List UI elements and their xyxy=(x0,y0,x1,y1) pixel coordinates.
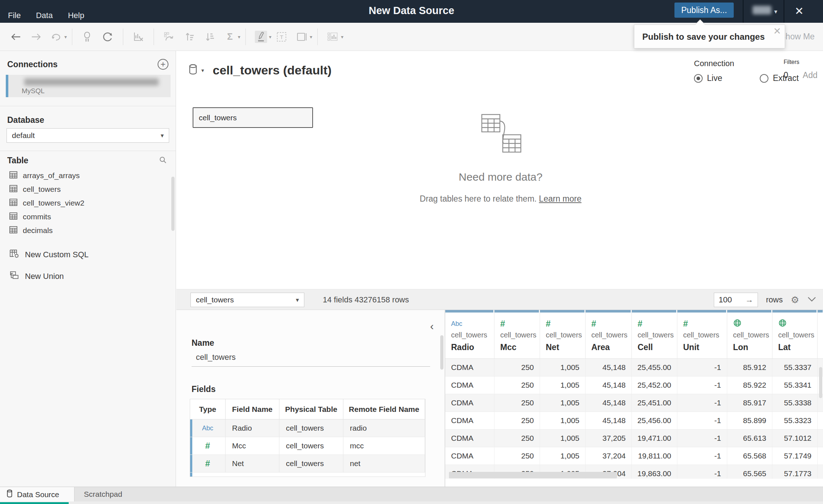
datasource-caret-icon[interactable]: ▾ xyxy=(201,67,204,74)
tab-data-source[interactable]: Data Source xyxy=(0,487,74,502)
grid-data-row[interactable]: CDMA2501,00545,14825,456.00-185.89955.33… xyxy=(445,412,823,430)
column-table-label: cell_towers xyxy=(500,331,540,339)
grid-cell: 250 xyxy=(494,430,540,447)
new-union-button[interactable]: New Union xyxy=(9,271,64,282)
column-table-label: cell_towers xyxy=(591,331,631,339)
fields-table-scrollbar[interactable] xyxy=(440,335,443,370)
connection-item[interactable]: MySQL xyxy=(6,75,171,97)
sidebar-scrollbar[interactable] xyxy=(171,177,175,231)
sort-descending-icon[interactable] xyxy=(203,31,216,43)
new-custom-sql-label: New Custom SQL xyxy=(25,250,89,259)
grid-data-row[interactable]: CDMA2501,00545,14825,451.00-185.91755.33… xyxy=(445,394,823,412)
sidebar-table-item[interactable]: cell_towers xyxy=(9,182,161,196)
grid-data-row[interactable]: CDMA2501,00545,14825,455.00-185.91255.33… xyxy=(445,359,823,376)
grid-data-row[interactable]: CDMA2501,00537,20419,811.00-165.56857.17… xyxy=(445,447,823,465)
table-grid-icon xyxy=(9,199,17,208)
grid-cell: 250 xyxy=(494,394,540,412)
replay-icon[interactable] xyxy=(50,31,63,43)
close-window-icon[interactable]: ✕ xyxy=(792,4,806,18)
replay-caret-icon[interactable]: ▾ xyxy=(64,34,67,40)
collapse-metadata-chevron-icon[interactable]: ‹ xyxy=(430,320,434,332)
grid-col-header-mcc[interactable]: #cell_towersMcc xyxy=(494,310,540,358)
sidebar-table-item[interactable]: cell_towers_view2 xyxy=(9,196,161,210)
learn-more-link[interactable]: Learn more xyxy=(539,194,582,203)
filters-add-button[interactable]: Add xyxy=(803,70,818,80)
grid-header-row: Abccell_towersRadio#cell_towersMcc#cell_… xyxy=(445,310,823,359)
grid-col-header-unit[interactable]: #cell_towersUnit xyxy=(677,310,727,358)
menu-data[interactable]: Data xyxy=(36,11,52,20)
fields-col-header: Type xyxy=(190,399,226,419)
add-connection-icon[interactable]: + xyxy=(158,59,168,70)
tooltip-close-icon[interactable]: ✕ xyxy=(773,26,781,37)
sidebar-table-item[interactable]: commits xyxy=(9,210,161,224)
publish-as-button[interactable]: Publish As... xyxy=(674,3,734,18)
show-chart-caret-icon[interactable]: ▾ xyxy=(341,34,343,40)
grid-cell: 57.1773 xyxy=(772,465,818,479)
grid-col-header-area[interactable]: #cell_towersArea xyxy=(586,310,632,358)
field-name-cell: Net xyxy=(226,455,279,472)
refresh-icon[interactable] xyxy=(102,31,114,43)
grid-cell: CDMA xyxy=(445,412,494,429)
live-radio[interactable] xyxy=(694,74,703,83)
extract-radio[interactable] xyxy=(760,74,768,83)
sort-ascending-icon[interactable] xyxy=(183,31,196,43)
cell-size-icon[interactable] xyxy=(296,31,308,43)
toolbar-divider xyxy=(72,29,72,45)
grid-cell: 250 xyxy=(494,376,540,394)
menu-help[interactable]: Help xyxy=(68,11,84,20)
grid-col-header-lon[interactable]: cell_towersLon xyxy=(727,310,772,358)
column-accent-strip xyxy=(445,310,494,313)
grid-cell: 1,005 xyxy=(540,359,586,376)
show-me-button[interactable]: Show Me xyxy=(780,32,815,42)
totals-sigma-icon[interactable]: Σ xyxy=(224,31,236,43)
column-accent-strip xyxy=(540,310,585,313)
grid-horizontal-scrollbar[interactable] xyxy=(449,472,617,478)
undo-icon[interactable] xyxy=(10,31,22,43)
grid-col-header-net[interactable]: #cell_towersNet xyxy=(540,310,586,358)
sidebar-table-item[interactable]: arrays_of_arrays xyxy=(9,169,161,182)
search-tables-icon[interactable] xyxy=(159,156,167,165)
grid-col-header-cell[interactable]: #cell_towersCell xyxy=(632,310,677,358)
text-label-icon[interactable]: T xyxy=(275,31,288,43)
database-select[interactable]: default ▾ xyxy=(7,128,169,143)
highlight-icon[interactable] xyxy=(255,31,267,43)
field-row[interactable] xyxy=(190,473,425,477)
collapse-preview-chevron-icon[interactable] xyxy=(807,296,816,303)
sidebar-table-item[interactable]: decimals xyxy=(9,224,161,237)
datasource-title[interactable]: cell_towers (default) xyxy=(213,63,332,77)
swap-rows-columns-icon[interactable] xyxy=(163,31,175,43)
grid-data-row[interactable]: CDMA2501,00545,14825,452.00-185.92255.33… xyxy=(445,376,823,394)
tab-scratchpad[interactable]: Scratchpad xyxy=(84,490,122,499)
datasource-db-icon[interactable] xyxy=(188,64,198,77)
grid-vertical-scrollbar[interactable] xyxy=(819,367,822,398)
grid-col-header-radio[interactable]: Abccell_towersRadio xyxy=(445,310,494,358)
clear-sheet-icon[interactable] xyxy=(132,31,145,43)
sidebar-table-label: commits xyxy=(23,212,51,221)
table-node-cell-towers[interactable]: cell_towers xyxy=(193,107,313,128)
field-row[interactable]: AbcRadiocell_towersradio xyxy=(190,419,425,437)
fields-col-header: Field Name xyxy=(226,399,279,419)
apply-row-count-icon[interactable]: → xyxy=(745,295,753,305)
user-menu-caret-icon[interactable]: ▾ xyxy=(774,8,777,16)
sidebar-table-label: cell_towers_view2 xyxy=(23,199,84,207)
menu-file[interactable]: File xyxy=(8,11,21,20)
row-count-input[interactable]: 100 → xyxy=(714,293,758,307)
field-row[interactable]: #Netcell_towersnet xyxy=(190,455,425,473)
grid-data-row[interactable]: CDMA2501,00537,20519,471.00-165.61357.10… xyxy=(445,430,823,447)
cell-size-caret-icon[interactable]: ▾ xyxy=(310,34,312,40)
name-input[interactable]: cell_towers xyxy=(192,350,430,367)
highlight-caret-icon[interactable]: ▾ xyxy=(269,34,271,40)
user-account-chip[interactable] xyxy=(753,6,771,14)
grid-col-header-lat[interactable]: cell_towersLat xyxy=(772,310,818,358)
redo-icon[interactable] xyxy=(30,31,42,43)
topbar-divider xyxy=(784,0,784,23)
show-chart-icon[interactable] xyxy=(327,31,339,43)
preview-settings-gear-icon[interactable]: ⚙ xyxy=(791,294,799,306)
totals-caret-icon[interactable]: ▾ xyxy=(238,34,240,40)
preview-table-select[interactable]: cell_towers ▾ xyxy=(190,293,304,307)
column-name-label: Net xyxy=(546,343,585,352)
column-name-label: Cell xyxy=(638,343,677,352)
field-row[interactable]: #Mcccell_towersmcc xyxy=(190,437,425,455)
pause-updates-icon[interactable] xyxy=(81,31,94,43)
new-custom-sql-button[interactable]: New Custom SQL xyxy=(9,249,89,260)
